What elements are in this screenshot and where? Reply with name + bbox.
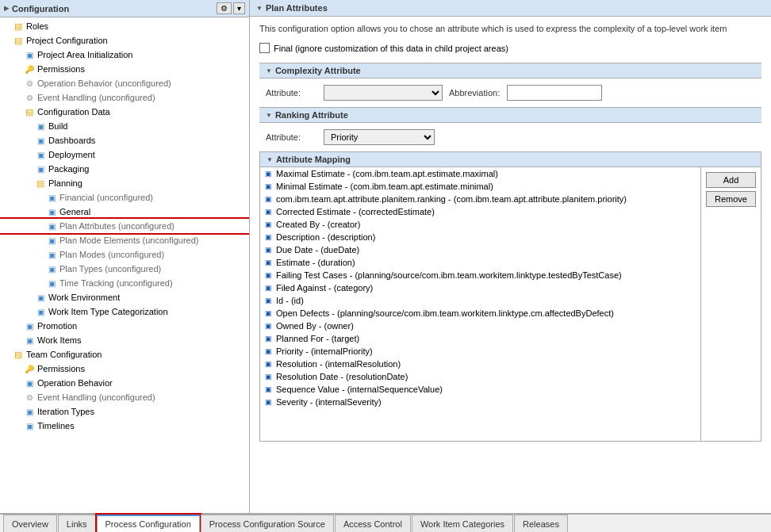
map-icon-3: ▣: [263, 207, 273, 216]
tree-label-timelines: Timelines: [37, 421, 75, 431]
attribute-mapping-title: Attribute Mapping: [276, 155, 351, 164]
tree-item-build[interactable]: ▣Build: [0, 119, 249, 133]
complexity-attribute-label: Attribute:: [266, 88, 317, 98]
map-icon-0: ▣: [263, 169, 273, 178]
mapping-list-item[interactable]: ▣Estimate - (duration): [260, 256, 700, 269]
ranking-attribute-row: Attribute: Priority: [259, 129, 761, 145]
mapping-list-item[interactable]: ▣Corrected Estimate - (correctedEstimate…: [260, 205, 700, 218]
map-icon-7: ▣: [263, 258, 273, 267]
cog-icon: 🔑: [24, 63, 35, 75]
right-panel-header: Plan Attributes: [250, 0, 771, 17]
mapping-list-item[interactable]: ▣Id - (id): [260, 294, 700, 307]
mapping-list-item[interactable]: ▣Owned By - (owner): [260, 320, 700, 332]
mapping-list[interactable]: ▣Maximal Estimate - (com.ibm.team.apt.es…: [260, 167, 701, 441]
mapping-item-label: Filed Against - (category): [276, 283, 373, 293]
left-panel-header: Configuration ⚙ ▾: [0, 0, 249, 17]
tree-item-time-tracking[interactable]: ▣Time Tracking (unconfigured): [0, 276, 249, 290]
tree-item-plan-attributes[interactable]: ▣Plan Attributes (unconfigured): [0, 219, 249, 233]
tab-overview[interactable]: Overview: [3, 515, 57, 532]
mapping-list-item[interactable]: ▣Priority - (internalPriority): [260, 345, 700, 358]
tree-item-team-permissions[interactable]: 🔑Permissions: [0, 362, 249, 376]
mapping-list-item[interactable]: ▣Filed Against - (category): [260, 281, 700, 294]
mapping-list-item[interactable]: ▣Description - (description): [260, 231, 700, 243]
tree-item-plan-mode-elements[interactable]: ▣Plan Mode Elements (unconfigured): [0, 233, 249, 247]
tree-item-config-data[interactable]: ▤Configuration Data: [0, 105, 249, 119]
mapping-list-item[interactable]: ▣Open Defects - (planning/source/com.ibm…: [260, 307, 700, 320]
mapping-list-item[interactable]: ▣Minimal Estimate - (com.ibm.team.apt.es…: [260, 180, 700, 193]
toolbar-settings-btn[interactable]: ⚙: [217, 2, 232, 14]
tab-links[interactable]: Links: [58, 515, 96, 532]
item-icon: ▣: [35, 292, 46, 303]
tree-label-work-items: Work Items: [37, 335, 81, 345]
mapping-list-item[interactable]: ▣Resolution Date - (resolutionDate): [260, 370, 700, 383]
tree-label-planning: Planning: [48, 178, 82, 188]
mapping-container: ▣Maximal Estimate - (com.ibm.team.apt.es…: [260, 167, 761, 441]
ranking-attribute-select[interactable]: Priority: [324, 129, 435, 145]
item-icon: ▣: [35, 121, 46, 132]
tree-item-plan-modes[interactable]: ▣Plan Modes (unconfigured): [0, 247, 249, 262]
tree-label-config-data: Configuration Data: [37, 107, 110, 117]
tree-item-deployment[interactable]: ▣Deployment: [0, 147, 249, 162]
tree-item-packaging[interactable]: ▣Packaging: [0, 162, 249, 176]
map-icon-4: ▣: [263, 220, 273, 229]
mapping-list-item[interactable]: ▣Created By - (creator): [260, 218, 700, 231]
tree-item-event-handling[interactable]: ⚙Event Handling (unconfigured): [0, 90, 249, 105]
mapping-item-label: Description - (description): [276, 232, 375, 242]
folder-icon: ▤: [35, 178, 46, 189]
tree-item-financial[interactable]: ▣Financial (unconfigured): [0, 190, 249, 205]
tree-item-planning[interactable]: ▤Planning: [0, 176, 249, 190]
tree-item-team-config[interactable]: ▤Team Configuration: [0, 347, 249, 362]
tree-item-promotion[interactable]: ▣Promotion: [0, 319, 249, 333]
tree-item-project-config[interactable]: ▤Project Configuration: [0, 33, 249, 48]
tree-item-general[interactable]: ▣General: [0, 205, 249, 219]
final-checkbox[interactable]: [259, 43, 270, 53]
mapping-list-item[interactable]: ▣Maximal Estimate - (com.ibm.team.apt.es…: [260, 167, 700, 180]
mapping-list-item[interactable]: ▣Due Date - (dueDate): [260, 243, 700, 256]
tree-item-work-items[interactable]: ▣Work Items: [0, 333, 249, 347]
tree-item-work-item-type-cat[interactable]: ▣Work Item Type Categorization: [0, 304, 249, 319]
tree-item-roles[interactable]: ▤Roles: [0, 19, 249, 33]
mapping-list-item[interactable]: ▣com.ibm.team.apt.attribute.planitem.ran…: [260, 193, 700, 205]
mapping-item-label: Maximal Estimate - (com.ibm.team.apt.est…: [276, 169, 498, 178]
tab-process-config-source[interactable]: Process Configuration Source: [201, 515, 334, 532]
item-icon: ▣: [35, 135, 46, 146]
mapping-list-item[interactable]: ▣Severity - (internalSeverity): [260, 396, 700, 408]
abbreviation-label: Abbreviation:: [449, 88, 501, 98]
tree-label-financial: Financial (unconfigured): [59, 193, 153, 202]
tab-work-item-categories[interactable]: Work Item Categories: [412, 515, 513, 532]
remove-button[interactable]: Remove: [706, 191, 756, 207]
tree-item-work-env[interactable]: ▣Work Environment: [0, 290, 249, 304]
tree-item-event-handling-team[interactable]: ⚙Event Handling (unconfigured): [0, 390, 249, 404]
tab-access-control[interactable]: Access Control: [335, 515, 411, 532]
map-icon-1: ▣: [263, 182, 273, 191]
attribute-mapping-section: Attribute Mapping ▣Maximal Estimate - (c…: [259, 151, 761, 442]
abbreviation-input[interactable]: [507, 85, 602, 101]
item-icon: ▣: [24, 335, 35, 346]
mapping-list-item[interactable]: ▣Resolution - (internalResolution): [260, 358, 700, 370]
final-label: Final (ignore customization of this data…: [274, 44, 508, 53]
complexity-attribute-select[interactable]: [324, 85, 443, 101]
tree-item-operation-behavior-team[interactable]: ▣Operation Behavior: [0, 376, 249, 390]
tree-item-operation-behavior[interactable]: ⚙Operation Behavior (unconfigured): [0, 76, 249, 90]
tree-label-deployment: Deployment: [48, 150, 95, 159]
tree-item-project-area-init[interactable]: ▣Project Area Initialization: [0, 48, 249, 62]
mapping-list-item[interactable]: ▣Failing Test Cases - (planning/source/c…: [260, 269, 700, 281]
tree-label-plan-attributes: Plan Attributes (unconfigured): [59, 221, 175, 231]
item-icon: ▣: [35, 306, 46, 317]
tree-item-timelines[interactable]: ▣Timelines: [0, 419, 249, 433]
tree-item-iteration-types[interactable]: ▣Iteration Types: [0, 404, 249, 419]
tree-item-plan-types[interactable]: ▣Plan Types (unconfigured): [0, 262, 249, 276]
toolbar-collapse-btn[interactable]: ▾: [233, 2, 245, 14]
right-panel: Plan Attributes This configuration optio…: [250, 0, 771, 513]
mapping-item-label: Id - (id): [276, 296, 304, 305]
mapping-item-label: Minimal Estimate - (com.ibm.team.apt.est…: [276, 182, 493, 191]
add-button[interactable]: Add: [706, 172, 756, 188]
tree-item-permissions[interactable]: 🔑Permissions: [0, 62, 249, 76]
tab-releases[interactable]: Releases: [514, 515, 568, 532]
mapping-list-item[interactable]: ▣Sequence Value - (internalSequenceValue…: [260, 383, 700, 396]
mapping-list-item[interactable]: ▣Planned For - (target): [260, 332, 700, 345]
tab-process-config[interactable]: Process Configuration: [97, 515, 200, 532]
bottom-tabs: OverviewLinksProcess ConfigurationProces…: [0, 513, 771, 532]
tree-item-dashboards[interactable]: ▣Dashboards: [0, 133, 249, 147]
final-checkbox-row: Final (ignore customization of this data…: [259, 43, 761, 53]
